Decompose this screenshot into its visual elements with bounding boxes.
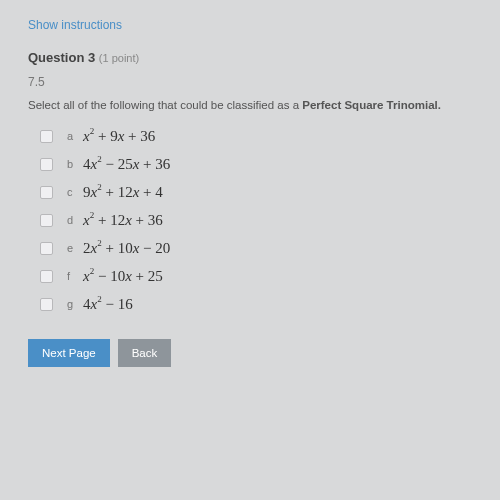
checkbox-b[interactable] [40,158,53,171]
list-item: g 4x2 − 16 [40,295,472,313]
prompt-bold: Perfect Square Trinomial. [302,99,441,111]
option-letter: e [67,242,83,254]
checkbox-a[interactable] [40,130,53,143]
next-page-button[interactable]: Next Page [28,339,110,367]
option-expression: 4x2 − 16 [83,295,133,313]
option-letter: a [67,130,83,142]
option-expression: 2x2 + 10x − 20 [83,239,170,257]
option-expression: x2 − 10x + 25 [83,267,163,285]
option-expression: x2 + 9x + 36 [83,127,155,145]
list-item: b 4x2 − 25x + 36 [40,155,472,173]
list-item: e 2x2 + 10x − 20 [40,239,472,257]
checkbox-c[interactable] [40,186,53,199]
list-item: a x2 + 9x + 36 [40,127,472,145]
checkbox-f[interactable] [40,270,53,283]
option-expression: 9x2 + 12x + 4 [83,183,163,201]
nav-buttons: Next Page Back [28,339,472,367]
prompt-pre: Select all of the following that could b… [28,99,302,111]
option-letter: g [67,298,83,310]
checkbox-g[interactable] [40,298,53,311]
option-letter: f [67,270,83,282]
question-points: (1 point) [99,52,139,64]
question-prompt: Select all of the following that could b… [28,99,472,111]
back-button[interactable]: Back [118,339,172,367]
list-item: f x2 − 10x + 25 [40,267,472,285]
question-number: Question 3 [28,50,95,65]
option-expression: x2 + 12x + 36 [83,211,163,229]
option-letter: d [67,214,83,226]
list-item: d x2 + 12x + 36 [40,211,472,229]
show-instructions-link[interactable]: Show instructions [28,18,472,32]
option-letter: c [67,186,83,198]
question-header: Question 3 (1 point) [28,50,472,65]
question-section: 7.5 [28,75,472,89]
option-expression: 4x2 − 25x + 36 [83,155,170,173]
options-list: a x2 + 9x + 36 b 4x2 − 25x + 36 c 9x2 + … [28,127,472,313]
list-item: c 9x2 + 12x + 4 [40,183,472,201]
checkbox-d[interactable] [40,214,53,227]
option-letter: b [67,158,83,170]
checkbox-e[interactable] [40,242,53,255]
